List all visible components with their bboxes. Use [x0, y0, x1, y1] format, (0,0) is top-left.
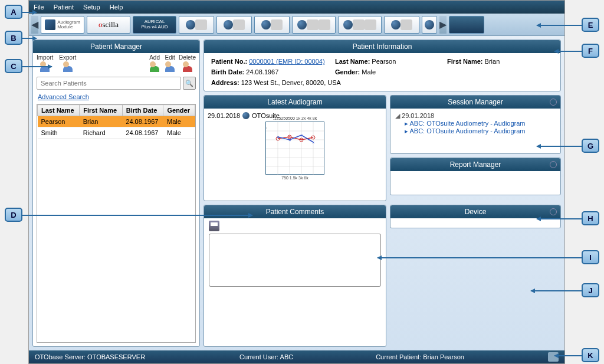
- patient-manager-panel: Patient Manager Import Export Add: [32, 40, 200, 347]
- col-first-name[interactable]: First Name: [80, 105, 123, 116]
- status-user: Current User: ABC: [239, 353, 293, 360]
- callout-e: E: [582, 18, 599, 32]
- gear-icon[interactable]: [550, 161, 557, 168]
- toolbar-module-6[interactable]: [384, 16, 419, 34]
- toolbar-module-3[interactable]: [254, 16, 290, 34]
- export-button[interactable]: Export: [59, 54, 76, 73]
- toolbar-oscilla[interactable]: ooscillascilla: [87, 16, 130, 34]
- ball-icon: [343, 20, 353, 29]
- collapse-icon[interactable]: ◢: [395, 112, 400, 119]
- patient-manager-header: Patient Manager: [33, 40, 199, 53]
- delete-label: Delete: [179, 54, 196, 61]
- patient-info-header: Patient Information: [204, 40, 560, 53]
- callout-h: H: [582, 211, 599, 225]
- audiogram-plot-icon: ×× ×× -10: [266, 122, 325, 175]
- table-row[interactable]: Smith Richard 24.08.1967 Male: [38, 127, 195, 139]
- statusbar: OTObase Server: OTOBASESERVER Current Us…: [29, 350, 564, 363]
- menu-patient[interactable]: Patient: [54, 4, 74, 11]
- toolbar-module-7[interactable]: [422, 16, 437, 34]
- patient-comments-panel: Patient Comments: [203, 205, 386, 347]
- session-manager-title: Session Manager: [448, 98, 503, 106]
- cell-first: Richard: [80, 127, 123, 139]
- delete-icon: [181, 61, 194, 73]
- toolbar: ◀ Audiogram Module ooscillascilla AURICA…: [29, 14, 564, 36]
- person-icon: [401, 19, 412, 30]
- svg-text:-10: -10: [266, 126, 267, 130]
- patient-no-link[interactable]: 0000001 (EMR ID: 00004): [249, 58, 324, 65]
- patient-comments-header: Patient Comments: [204, 205, 386, 218]
- patient-manager-actions: Import Export Add Edit: [33, 53, 199, 75]
- col-last-name[interactable]: Last Name: [38, 105, 80, 116]
- import-button[interactable]: Import: [37, 54, 53, 73]
- edit-label: Edit: [165, 54, 175, 61]
- last-name-value: Pearson: [372, 58, 396, 65]
- edit-button[interactable]: Edit: [163, 54, 176, 73]
- search-button[interactable]: 🔍: [183, 77, 196, 90]
- status-patient: Current Patient: Brian Pearson: [376, 353, 464, 360]
- search-icon: 🔍: [185, 80, 193, 87]
- delete-button[interactable]: Delete: [179, 54, 196, 73]
- report-manager-header: Report Manager: [390, 158, 560, 171]
- callout-a: A: [5, 5, 22, 19]
- save-button[interactable]: [209, 221, 219, 231]
- callout-k: K: [582, 348, 599, 362]
- session-item[interactable]: ▸ ABC: OTOsuite Audiometry - Audiogram: [395, 127, 556, 135]
- toolbar-module-4[interactable]: [292, 16, 336, 34]
- address-value: 123 West St., Denver, 80020, USA: [241, 79, 341, 86]
- export-icon: [61, 61, 74, 73]
- session-manager-body: ◢ 29.01.2018 ▸ ABC: OTOsuite Audiometry …: [390, 109, 560, 139]
- callout-b: B: [5, 31, 22, 45]
- session-item[interactable]: ▸ ABC: OTOsuite Audiometry - Audiogram: [395, 120, 556, 127]
- ball-icon: [425, 20, 434, 29]
- device-header: Device: [390, 205, 560, 218]
- first-name-value: Brian: [485, 58, 500, 65]
- session-date: 29.01.2018: [402, 112, 434, 119]
- patient-info-body: Patient No.: 0000001 (EMR ID: 00004) Las…: [204, 53, 560, 91]
- patient-table: Last Name First Name Birth Date Gender P…: [37, 104, 196, 343]
- latest-audiogram-header: Latest Audiogram: [204, 96, 386, 109]
- toolbar-audiogram-module[interactable]: Audiogram Module: [41, 16, 84, 34]
- person-icon: [233, 19, 245, 30]
- gear-icon[interactable]: [550, 208, 557, 215]
- audiogram-chart[interactable]: .125250500 1k 2k 4k 8k: [265, 122, 324, 175]
- toolbar-settings-view[interactable]: [449, 16, 484, 34]
- session-item-label: ABC: OTOsuite Audiometry - Audiogram: [409, 127, 525, 135]
- toolbar-module-5[interactable]: [338, 16, 382, 34]
- menu-setup[interactable]: Setup: [83, 4, 100, 11]
- callout-d: D: [5, 208, 22, 222]
- advanced-search-link[interactable]: Advanced Search: [33, 91, 199, 102]
- report-manager-title: Report Manager: [450, 160, 501, 169]
- svg-text:×: ×: [277, 135, 280, 140]
- comments-textarea[interactable]: [209, 234, 381, 287]
- add-button[interactable]: Add: [148, 54, 161, 73]
- toolbar-scroll-right[interactable]: ▶: [439, 16, 447, 34]
- cell-first: Brian: [80, 116, 123, 127]
- toolbar-scroll-left[interactable]: ◀: [31, 16, 38, 34]
- address-label: Address:: [211, 79, 239, 86]
- col-gender[interactable]: Gender: [163, 105, 195, 116]
- table-row[interactable]: Pearson Brian 24.08.1967 Male: [38, 116, 195, 127]
- first-name-label: First Name:: [447, 58, 483, 65]
- toolbar-aurical[interactable]: AURICAL Plus v4 AUD: [133, 16, 176, 34]
- cell-birth: 24.08.1967: [122, 116, 163, 127]
- patient-no-label: Patient No.:: [211, 58, 247, 65]
- patient-manager-title: Patient Manager: [90, 42, 142, 51]
- cell-gender: Male: [163, 116, 195, 127]
- toolbar-module-2[interactable]: [216, 16, 252, 34]
- search-input[interactable]: [37, 77, 181, 90]
- ball-icon: [224, 20, 233, 29]
- callout-j: J: [582, 283, 599, 297]
- edit-icon: [163, 61, 176, 73]
- svg-text:×: ×: [312, 140, 315, 145]
- svg-text:×: ×: [288, 137, 291, 143]
- audiogram-date: 29.01.2018: [208, 112, 240, 119]
- menu-help[interactable]: Help: [110, 4, 123, 11]
- col-birth-date[interactable]: Birth Date: [122, 105, 163, 116]
- search-row: 🔍: [33, 75, 199, 91]
- toolbar-module-1[interactable]: [179, 16, 214, 34]
- gear-icon[interactable]: [550, 99, 557, 106]
- patient-info-panel: Patient Information Patient No.: 0000001…: [203, 40, 561, 91]
- gender-value: Male: [362, 68, 376, 76]
- menubar: File Patient Setup Help: [29, 1, 564, 14]
- status-server: OTObase Server: OTOBASESERVER: [35, 353, 145, 360]
